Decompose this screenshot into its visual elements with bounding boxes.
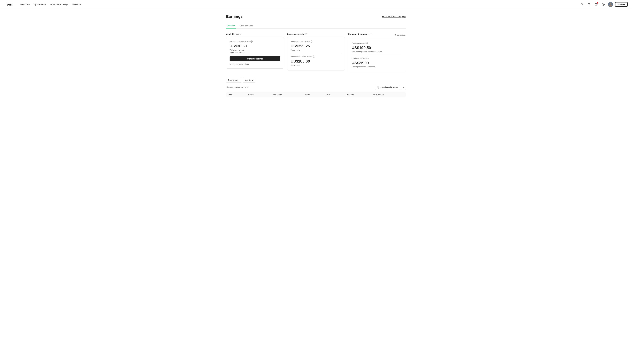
active-amount: US$185.00 xyxy=(291,59,342,64)
clearing-label: Payments being cleared ? xyxy=(291,40,342,42)
earnings-amount: US$190.50 xyxy=(352,46,403,50)
earnings-expenses-card: Earnings to date ? US$190.50 Your earnin… xyxy=(348,38,406,72)
page-title: Earnings xyxy=(226,14,243,19)
earnings-page: Earnings Learn more about this page Over… xyxy=(219,9,413,103)
chevron-down-icon: ▾ xyxy=(67,4,68,5)
activity-table: Date Activity Description From Order Amo… xyxy=(226,92,406,97)
learn-more-link[interactable]: Learn more about this page xyxy=(382,16,406,18)
help-icon[interactable] xyxy=(601,2,606,7)
nav-item-dashboard[interactable]: Dashboard xyxy=(19,2,32,6)
table-header-row: Date Activity Description From Order Amo… xyxy=(226,92,406,97)
messages-icon[interactable] xyxy=(594,2,599,7)
available-funds-card: Balance available for use ? US$30.50 Wit… xyxy=(226,37,284,68)
earnings-expenses-section: Earnings & expenses ? Since joining ▾ Ea… xyxy=(348,33,406,72)
earnings-expenses-info-icon[interactable]: ? xyxy=(370,33,372,35)
navbar-right: $950,000 xyxy=(579,2,627,7)
withdrawn-label: Withdrawn to date: xyxy=(229,49,280,51)
navbar: fiverr. Dashboard My Business ▾ Growth &… xyxy=(0,0,632,9)
withdrawn-amounts: US$80.00 | €34.87 xyxy=(229,52,280,54)
tabs: Overview Cash advance xyxy=(226,23,406,28)
future-payments-label: Future payments ? xyxy=(287,33,345,35)
date-range-filter[interactable]: Date range ▾ xyxy=(226,78,241,82)
since-joining-row: Earnings & expenses ? Since joining ▾ xyxy=(348,33,406,37)
col-activity: Activity xyxy=(245,92,270,97)
withdraw-balance-button[interactable]: Withdraw balance xyxy=(229,56,280,61)
chevron-down-icon: ▾ xyxy=(405,34,406,36)
future-payments-card: Payments being cleared ? US$329.25 8 pay… xyxy=(287,37,345,71)
messages-badge xyxy=(597,2,598,4)
expenses-to-date-label: Expenses to date ? xyxy=(352,57,403,59)
results-actions: Email activity report ··· xyxy=(375,85,406,90)
chevron-down-icon: ▾ xyxy=(252,79,253,81)
search-icon[interactable] xyxy=(579,2,584,7)
earnings-expenses-label: Earnings & expenses ? xyxy=(348,33,372,35)
balance-label: Balance available for use ? xyxy=(229,40,280,42)
more-options-button[interactable]: ··· xyxy=(401,85,406,90)
logo[interactable]: fiverr. xyxy=(5,2,13,6)
activity-filter[interactable]: Activity ▾ xyxy=(243,78,255,82)
manage-payout-link[interactable]: Manage payout methods xyxy=(229,63,249,65)
svg-line-1 xyxy=(582,5,583,5)
col-from: From xyxy=(303,92,324,97)
tab-cash-advance[interactable]: Cash advance xyxy=(239,23,253,28)
earnings-to-date-info-icon[interactable]: ? xyxy=(366,42,368,44)
nav-links: Dashboard My Business ▾ Growth & Marketi… xyxy=(19,2,579,6)
nav-item-analytics[interactable]: Analytics ▾ xyxy=(70,2,83,6)
available-funds-section: Available funds Balance available for us… xyxy=(226,33,284,68)
active-orders-label: Payments for active orders ? xyxy=(291,56,342,58)
col-description: Description xyxy=(270,92,303,97)
csv-icon xyxy=(377,86,380,89)
col-order: Order xyxy=(324,92,345,97)
notifications-icon[interactable] xyxy=(586,2,591,7)
cards-grid: Available funds Balance available for us… xyxy=(226,33,406,72)
results-row: Showing results 1-20 of 28 Email activit… xyxy=(226,85,406,90)
col-early-payout: Early Payout xyxy=(371,92,406,97)
clearing-info-icon[interactable]: ? xyxy=(311,40,313,42)
nav-item-growth-marketing[interactable]: Growth & Marketing ▾ xyxy=(48,2,70,6)
clearing-amount: US$329.25 xyxy=(291,44,342,48)
balance-amount: US$30.50 xyxy=(229,44,280,48)
active-count: 6 payments xyxy=(291,64,342,66)
clearing-count: 8 payments xyxy=(291,49,342,51)
col-date: Date xyxy=(226,92,245,97)
earnings-sub: Your earnings since becoming a seller. xyxy=(352,50,403,52)
chevron-down-icon: ▾ xyxy=(238,79,239,81)
balance-button[interactable]: $950,000 xyxy=(615,2,627,6)
future-payments-section: Future payments ? Payments being cleared… xyxy=(287,33,345,71)
since-joining-dropdown[interactable]: Since joining ▾ xyxy=(395,34,406,36)
available-funds-label: Available funds xyxy=(226,33,284,35)
filters-row: Date range ▾ Activity ▾ xyxy=(226,78,406,82)
page-header: Earnings Learn more about this page xyxy=(226,14,406,19)
tab-overview[interactable]: Overview xyxy=(226,23,236,28)
balance-info-icon[interactable]: ? xyxy=(250,40,253,42)
chevron-down-icon: ▾ xyxy=(45,4,46,5)
expenses-sub: Earnings spent on purchases. xyxy=(352,66,403,68)
expenses-amount: US$25.00 xyxy=(352,61,403,65)
nav-item-my-business[interactable]: My Business ▾ xyxy=(32,2,48,6)
active-orders-info-icon[interactable]: ? xyxy=(313,56,315,58)
email-activity-report-button[interactable]: Email activity report xyxy=(375,85,400,90)
svg-point-4 xyxy=(610,3,611,4)
earnings-to-date-label: Earnings to date ? xyxy=(352,42,403,44)
col-amount: Amount xyxy=(345,92,371,97)
results-text: Showing results 1-20 of 28 xyxy=(226,86,249,88)
chevron-down-icon: ▾ xyxy=(80,4,81,5)
future-payments-info-icon[interactable]: ? xyxy=(305,33,307,35)
avatar[interactable] xyxy=(608,2,613,7)
expenses-to-date-info-icon[interactable]: ? xyxy=(366,57,369,59)
